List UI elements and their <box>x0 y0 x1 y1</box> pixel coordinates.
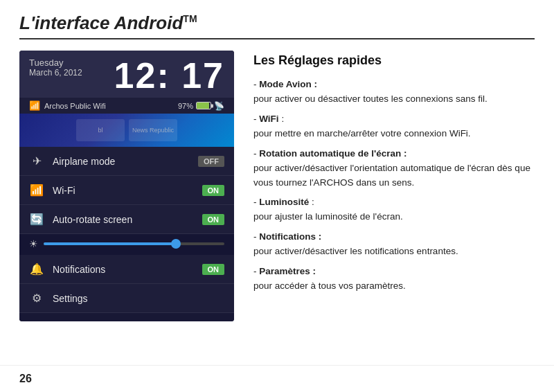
device-date: March 6, 2012 <box>29 68 82 78</box>
section-heading: Les Réglages rapides <box>253 53 535 68</box>
signal-icon: 📡 <box>214 101 224 111</box>
menu-item-notifications: 🔔 Notifications ON <box>19 255 234 284</box>
item-mode-avion: - Mode Avion : pour activer ou désactive… <box>253 78 535 107</box>
device-wallpaper: bl News Republic <box>19 114 234 147</box>
page-number: 26 <box>19 373 32 384</box>
item-notifications-label: - Notifications : <box>253 231 321 242</box>
autorotate-icon: 🔄 <box>29 213 44 226</box>
item-parametres: - Paramètres : pour accéder à tous vos p… <box>253 265 535 294</box>
notifications-icon: 🔔 <box>29 262 44 276</box>
wifi-menu-icon: 📶 <box>29 184 44 197</box>
item-notifications-desc: pour activer/désactiver les notification… <box>253 246 458 256</box>
item-rotation-desc: pour activer/désactiver l'orientation au… <box>253 163 530 188</box>
device-top-bar: Tuesday March 6, 2012 12: 17 <box>19 51 234 98</box>
brightness-slider-fill <box>44 242 179 245</box>
device-screenshot: Tuesday March 6, 2012 12: 17 📶 Archos Pu… <box>19 51 234 321</box>
page-title: L'interface AndroidTM <box>19 12 197 34</box>
wallpaper-content: bl News Republic <box>19 114 234 147</box>
item-parametres-desc: pour accéder à tous vos paramètres. <box>253 280 406 291</box>
wallpaper-item-1: bl <box>76 119 125 141</box>
item-wifi-desc: pour mettre en marche/arrêter votre conn… <box>253 128 471 139</box>
item-luminosite-label: - Luminosité : <box>253 197 314 207</box>
device-day: Tuesday <box>29 57 82 68</box>
device-time: 12: 17 <box>114 57 224 93</box>
airplane-toggle[interactable]: OFF <box>198 156 224 167</box>
wifi-toggle[interactable]: ON <box>202 185 225 196</box>
item-luminosite-desc: pour ajuster la luminosité de l'écran. <box>253 211 403 222</box>
page-number-bar: 26 <box>0 365 554 392</box>
menu-item-wifi: 📶 Wi-Fi ON <box>19 176 234 205</box>
device-bottom-filler <box>19 313 234 321</box>
item-notifications: - Notifications : pour activer/désactive… <box>253 230 535 259</box>
battery-fill <box>197 103 209 109</box>
brightness-slider-thumb <box>171 239 181 249</box>
item-wifi-label: - WiFi : <box>253 114 284 124</box>
battery-bar <box>196 102 211 109</box>
device-status-left: 📶 Archos Public Wifi <box>29 100 106 111</box>
page-title-bar: L'interface AndroidTM <box>19 12 535 39</box>
device-menu-list: ✈ Airplane mode OFF 📶 Wi-Fi ON 🔄 Auto-ro… <box>19 147 234 321</box>
item-wifi: - WiFi : pour mettre en marche/arrêter v… <box>253 112 535 141</box>
right-content: Les Réglages rapides - Mode Avion : pour… <box>253 51 535 299</box>
desc-block: - Mode Avion : pour activer ou désactive… <box>253 78 535 294</box>
menu-item-autorotate: 🔄 Auto-rotate screen ON <box>19 205 234 234</box>
item-rotation: - Rotation automatique de l'écran : pour… <box>253 147 535 190</box>
brightness-slider-area: ☀ <box>19 234 234 255</box>
notifications-label: Notifications <box>53 264 194 275</box>
menu-item-settings: ⚙ Settings <box>19 284 234 313</box>
device-status-bar: 📶 Archos Public Wifi 97% 📡 <box>19 98 234 114</box>
autorotate-toggle[interactable]: ON <box>202 214 225 225</box>
brightness-icon: ☀ <box>29 238 38 249</box>
wifi-menu-label: Wi-Fi <box>53 185 194 196</box>
device-date-area: Tuesday March 6, 2012 <box>29 57 82 78</box>
item-mode-avion-desc: pour activer ou désactiver toutes les co… <box>253 93 488 104</box>
page-container: L'interface AndroidTM Tuesday March 6, 2… <box>0 0 554 365</box>
autorotate-label: Auto-rotate screen <box>53 214 194 225</box>
battery-pct: 97% <box>178 102 193 110</box>
airplane-icon: ✈ <box>29 154 44 168</box>
settings-label: Settings <box>53 293 224 304</box>
item-rotation-label: - Rotation automatique de l'écran : <box>253 148 406 159</box>
content-row: Tuesday March 6, 2012 12: 17 📶 Archos Pu… <box>19 51 535 321</box>
battery-area: 97% 📡 <box>178 101 224 111</box>
menu-item-airplane: ✈ Airplane mode OFF <box>19 147 234 176</box>
notifications-toggle[interactable]: ON <box>202 264 225 275</box>
item-mode-avion-label: - Mode Avion : <box>253 79 317 89</box>
item-luminosite: - Luminosité : pour ajuster la luminosit… <box>253 195 535 224</box>
item-parametres-label: - Paramètres : <box>253 266 316 276</box>
brightness-slider-track[interactable] <box>44 242 224 245</box>
settings-icon: ⚙ <box>29 292 44 305</box>
wifi-icon: 📶 <box>29 100 40 111</box>
wallpaper-item-2: News Republic <box>129 119 177 141</box>
wifi-label: Archos Public Wifi <box>44 102 106 110</box>
airplane-label: Airplane mode <box>53 156 190 167</box>
